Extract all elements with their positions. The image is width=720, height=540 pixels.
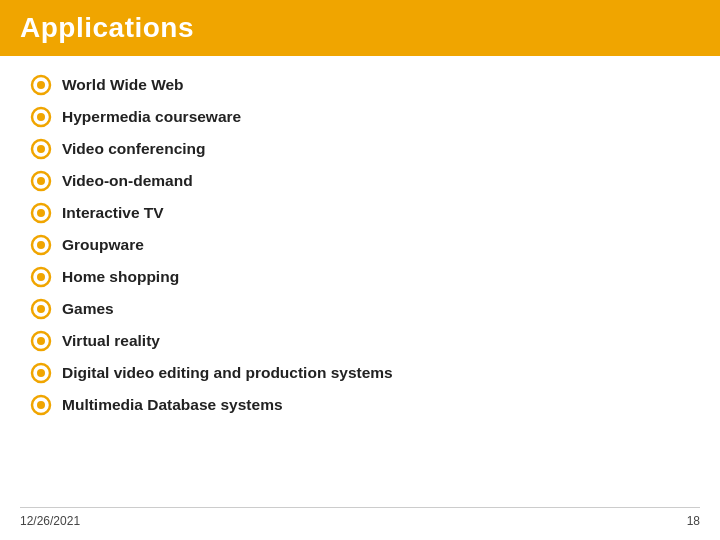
list-item-text: Digital video editing and production sys… (62, 364, 393, 382)
list-item: Multimedia Database systems (30, 394, 690, 416)
list-item: Hypermedia courseware (30, 106, 690, 128)
list-item-text: Multimedia Database systems (62, 396, 283, 414)
svg-point-19 (37, 369, 45, 377)
list-item-text: Video-on-demand (62, 172, 193, 190)
list-item: Interactive TV (30, 202, 690, 224)
bullet-icon (30, 74, 52, 96)
bullet-icon (30, 106, 52, 128)
bullet-icon (30, 362, 52, 384)
svg-point-13 (37, 273, 45, 281)
bullet-icon (30, 298, 52, 320)
svg-point-11 (37, 241, 45, 249)
list-item: Home shopping (30, 266, 690, 288)
list-item-text: Virtual reality (62, 332, 160, 350)
content-area: World Wide Web Hypermedia courseware Vid… (0, 74, 720, 416)
slide: Applications World Wide Web Hypermedia c… (0, 0, 720, 540)
svg-point-5 (37, 145, 45, 153)
list-item: Games (30, 298, 690, 320)
list-item-text: Home shopping (62, 268, 179, 286)
bullet-icon (30, 266, 52, 288)
list-item: Digital video editing and production sys… (30, 362, 690, 384)
list-item-text: Video conferencing (62, 140, 206, 158)
footer-date: 12/26/2021 (20, 514, 80, 528)
slide-title: Applications (20, 12, 700, 44)
bullet-icon (30, 202, 52, 224)
list-item-text: World Wide Web (62, 76, 184, 94)
svg-point-17 (37, 337, 45, 345)
list-item-text: Groupware (62, 236, 144, 254)
list-item-text: Hypermedia courseware (62, 108, 241, 126)
svg-point-21 (37, 401, 45, 409)
list-item: World Wide Web (30, 74, 690, 96)
svg-point-3 (37, 113, 45, 121)
list-item-text: Games (62, 300, 114, 318)
svg-point-9 (37, 209, 45, 217)
list-item: Video-on-demand (30, 170, 690, 192)
bullet-icon (30, 234, 52, 256)
svg-point-1 (37, 81, 45, 89)
list-item-text: Interactive TV (62, 204, 164, 222)
list-item: Virtual reality (30, 330, 690, 352)
svg-point-15 (37, 305, 45, 313)
header-bar: Applications (0, 0, 720, 56)
bullet-icon (30, 394, 52, 416)
list-item: Video conferencing (30, 138, 690, 160)
bullet-icon (30, 138, 52, 160)
list-item: Groupware (30, 234, 690, 256)
footer-page: 18 (687, 514, 700, 528)
bullet-icon (30, 330, 52, 352)
footer: 12/26/2021 18 (20, 507, 700, 528)
bullet-list: World Wide Web Hypermedia courseware Vid… (30, 74, 690, 416)
svg-point-7 (37, 177, 45, 185)
bullet-icon (30, 170, 52, 192)
